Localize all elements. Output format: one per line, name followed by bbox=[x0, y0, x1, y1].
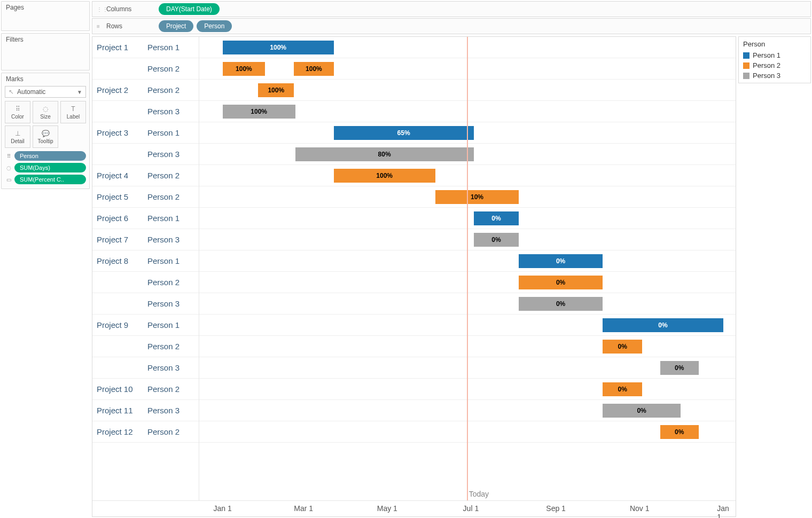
x-tick-label: May 1 bbox=[377, 504, 397, 513]
gantt-bar[interactable]: 0% bbox=[603, 382, 642, 396]
marks-type-dropdown[interactable]: ↖ Automatic ▼ bbox=[5, 86, 86, 98]
columns-label: ⋮⋮⋮ Columns bbox=[92, 5, 155, 13]
gantt-bar[interactable]: 0% bbox=[519, 276, 603, 289]
marks-shelf-pills: ⠿ Person◌ SUM(Days)▭ SUM(Percent C.. bbox=[2, 148, 89, 184]
person-label: Person 2 bbox=[147, 342, 179, 351]
gantt-bar[interactable]: 100% bbox=[294, 62, 333, 76]
gantt-bar[interactable]: 0% bbox=[474, 233, 519, 247]
person-label: Person 1 bbox=[147, 214, 179, 223]
app-root: Pages Filters Marks ↖ Automatic ▼ ⠿Color… bbox=[0, 0, 812, 518]
mark-tooltip-button[interactable]: 💬Tooltip bbox=[33, 125, 58, 148]
person-label: Person 2 bbox=[147, 171, 179, 180]
today-label: Today bbox=[469, 490, 489, 498]
marks-buttons: ⠿Color◌SizeTLabel⊥Detail💬Tooltip bbox=[2, 101, 89, 148]
filters-title: Filters bbox=[2, 34, 89, 45]
gantt-bar[interactable]: 0% bbox=[660, 361, 699, 375]
filters-shelf[interactable]: Filters bbox=[1, 33, 90, 70]
row-header: Project 12Person 2 bbox=[92, 421, 199, 443]
grip-icon: ⋮⋮⋮ bbox=[97, 6, 114, 12]
row-header: Person 3 bbox=[92, 144, 199, 165]
gantt-bar[interactable]: 0% bbox=[474, 211, 519, 225]
project-label: Project 4 bbox=[97, 171, 147, 180]
row-header: Person 3 bbox=[92, 293, 199, 315]
gantt-bar[interactable]: 0% bbox=[603, 318, 723, 332]
gantt-bar[interactable]: 100% bbox=[223, 105, 295, 119]
row-header: Person 2 bbox=[92, 272, 199, 293]
shelf-icon: ▭ bbox=[5, 177, 12, 183]
x-tick-label: Jul 1 bbox=[463, 504, 479, 513]
x-ticks: Jan 1Mar 1May 1Jul 1Sep 1Nov 1Jan 1 bbox=[199, 501, 736, 516]
tooltip-icon: 💬 bbox=[42, 130, 50, 137]
auto-icon: ↖ bbox=[9, 88, 14, 96]
row-header: Person 2 bbox=[92, 336, 199, 357]
mark-color-button[interactable]: ⠿Color bbox=[5, 101, 30, 123]
rows-shelf[interactable]: ≡ Rows ProjectPerson bbox=[92, 18, 811, 34]
project-label: Project 9 bbox=[97, 320, 147, 329]
gantt-bar[interactable]: 10% bbox=[435, 190, 519, 204]
gantt-bar[interactable]: 80% bbox=[295, 147, 474, 161]
gantt-bar[interactable]: 0% bbox=[519, 297, 603, 311]
person-label: Person 3 bbox=[147, 363, 179, 372]
pages-shelf[interactable]: Pages bbox=[1, 1, 90, 31]
project-label: Project 7 bbox=[97, 235, 147, 244]
person-label: Person 1 bbox=[147, 43, 179, 52]
row-header: Project 9Person 1 bbox=[92, 315, 199, 336]
mark-size-button[interactable]: ◌Size bbox=[33, 101, 58, 123]
legend-item[interactable]: Person 1 bbox=[743, 50, 806, 60]
legend-swatch bbox=[743, 52, 749, 59]
legend-title: Person bbox=[743, 39, 806, 50]
gantt-bar[interactable]: 100% bbox=[223, 62, 266, 76]
pages-title: Pages bbox=[2, 2, 89, 13]
mark-label-button[interactable]: TLabel bbox=[60, 101, 86, 123]
project-label: Project 8 bbox=[97, 256, 147, 265]
x-tick-label: Jan 1 bbox=[214, 504, 232, 513]
person-label: Person 2 bbox=[147, 384, 179, 394]
row-header: Project 2Person 2 bbox=[92, 80, 199, 101]
field-pill[interactable]: Person bbox=[197, 20, 232, 32]
shelf-pill[interactable]: SUM(Percent C.. bbox=[14, 175, 86, 184]
person-label: Person 1 bbox=[147, 128, 179, 137]
gantt-bar[interactable]: 100% bbox=[223, 41, 334, 54]
columns-body: DAY(Start Date) bbox=[155, 3, 810, 15]
color-icon: ⠿ bbox=[15, 105, 20, 113]
row-header: Project 6Person 1 bbox=[92, 208, 199, 229]
legend-item[interactable]: Person 2 bbox=[743, 60, 806, 70]
worksheet: Project 1Person 1Person 2Project 2Person… bbox=[92, 36, 811, 517]
x-tick-label: Mar 1 bbox=[294, 504, 313, 513]
row-header: Project 4Person 2 bbox=[92, 165, 199, 186]
field-pill[interactable]: DAY(Start Date) bbox=[159, 3, 220, 15]
x-tick-label: Jan 1 bbox=[717, 504, 729, 518]
gantt-bar[interactable]: 0% bbox=[519, 254, 603, 268]
gantt-bar[interactable]: 100% bbox=[258, 83, 294, 97]
marks-type-label: Automatic bbox=[17, 88, 45, 96]
person-label: Person 2 bbox=[147, 427, 179, 436]
mark-detail-button[interactable]: ⊥Detail bbox=[5, 125, 30, 148]
color-legend[interactable]: Person Person 1Person 2Person 3 bbox=[738, 36, 811, 83]
person-label: Person 1 bbox=[147, 320, 179, 329]
grip-icon: ≡ bbox=[97, 23, 100, 29]
row-header: Project 3Person 1 bbox=[92, 122, 199, 144]
shelf-pill[interactable]: Person bbox=[14, 151, 86, 161]
legend-item[interactable]: Person 3 bbox=[743, 70, 806, 81]
field-pill[interactable]: Project bbox=[159, 20, 193, 32]
shelf-pill[interactable]: SUM(Days) bbox=[14, 163, 86, 172]
row-header: Person 3 bbox=[92, 101, 199, 122]
project-label: Project 1 bbox=[97, 43, 147, 52]
today-reference-line bbox=[467, 37, 468, 500]
gantt-bar[interactable]: 100% bbox=[334, 169, 435, 183]
gantt-bar[interactable]: 65% bbox=[334, 126, 474, 140]
row-headers: Project 1Person 1Person 2Project 2Person… bbox=[92, 37, 199, 500]
project-label: Project 3 bbox=[97, 128, 147, 137]
columns-shelf[interactable]: ⋮⋮⋮ Columns DAY(Start Date) bbox=[92, 1, 811, 17]
project-label: Project 12 bbox=[97, 427, 147, 436]
shelf-icon: ⠿ bbox=[5, 153, 12, 159]
gantt-bar[interactable]: 0% bbox=[603, 404, 681, 418]
gantt-bar[interactable]: 0% bbox=[603, 340, 642, 354]
viz-container: Project 1Person 1Person 2Project 2Person… bbox=[92, 36, 736, 517]
row-header: Project 8Person 1 bbox=[92, 250, 199, 272]
person-label: Person 3 bbox=[147, 107, 179, 116]
person-label: Person 3 bbox=[147, 299, 179, 308]
chevron-down-icon: ▼ bbox=[77, 89, 82, 95]
gantt-bar[interactable]: 0% bbox=[660, 425, 699, 439]
chart-area[interactable]: Project 1Person 1Person 2Project 2Person… bbox=[92, 37, 736, 500]
